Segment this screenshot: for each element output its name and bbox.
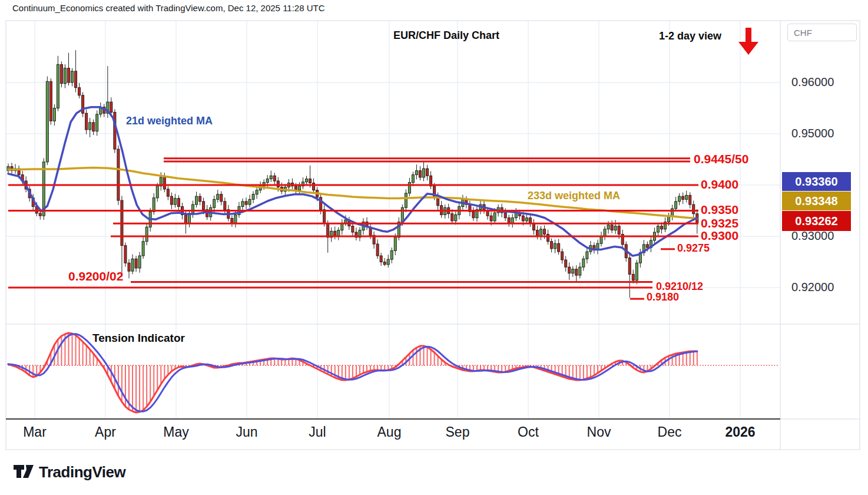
level-label: 0.9180 xyxy=(647,291,679,303)
price-axis-tick: 0.96000 xyxy=(791,75,834,89)
price-axis-tick: 0.93000 xyxy=(791,229,834,243)
last-price-badge: 0.93348 xyxy=(782,192,851,210)
last-price-badge: 0.93360 xyxy=(782,172,851,191)
level-label: 0.9400 xyxy=(701,177,738,192)
level-label: 0.9300 xyxy=(701,229,738,243)
time-axis-label: Apr xyxy=(79,424,132,440)
tradingview-logo-icon xyxy=(14,465,34,478)
ma-fast-label: 21d weighted MA xyxy=(126,115,213,127)
view-note: 1-2 day view xyxy=(659,30,721,42)
last-price-badge: 0.93262 xyxy=(782,211,851,231)
level-label: 0.9350 xyxy=(701,203,738,217)
chart-snapshot: Continuum_Economics created with Trading… xyxy=(0,0,868,495)
time-axis-label: Jul xyxy=(291,424,344,440)
tension-indicator-label: Tension Indicator xyxy=(92,332,185,345)
symbol-currency-box[interactable]: CHF xyxy=(787,24,857,41)
attribution-text: Continuum_Economics created with Trading… xyxy=(12,3,325,13)
level-label: 0.9445/50 xyxy=(694,152,748,166)
ma-slow-label: 233d weighted MA xyxy=(528,190,620,202)
tradingview-logo-text[interactable]: TradingView xyxy=(39,463,125,481)
time-axis-label: Oct xyxy=(502,424,555,440)
time-axis-label: 2026 xyxy=(714,424,767,440)
time-axis-label: Nov xyxy=(572,424,625,440)
level-label: 0.9200/02 xyxy=(68,269,123,283)
time-axis-label: Aug xyxy=(363,424,416,440)
time-axis-label: May xyxy=(150,424,203,440)
time-axis-label: Dec xyxy=(643,424,696,440)
time-axis-label: Mar xyxy=(8,424,61,440)
level-label: 0.9275 xyxy=(677,242,710,255)
chart-title: EUR/CHF Daily Chart xyxy=(393,29,499,42)
price-axis-tick: 0.95000 xyxy=(791,127,834,140)
price-axis-tick: 0.92000 xyxy=(791,280,834,294)
time-axis-label: Sep xyxy=(431,424,484,440)
time-axis-label: Jun xyxy=(220,424,273,440)
